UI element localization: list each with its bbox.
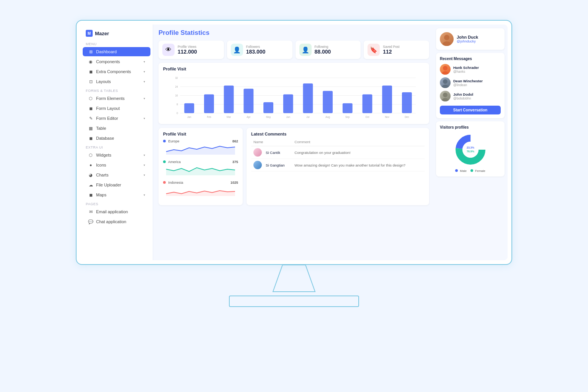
comments-title: Latest Comments	[251, 132, 425, 136]
stand-svg	[244, 265, 344, 296]
components-icon: ◉	[88, 59, 93, 64]
stat-value-profile-views: 112.000	[178, 49, 197, 55]
stat-text-profile-views: Profile Views 112.000	[178, 45, 197, 55]
sidebar-item-extra-components[interactable]: ◼ Extra Components ▾	[83, 67, 150, 76]
user-profile-card: John Duck @johnducky	[436, 28, 505, 50]
sidebar-logo: M Mazer	[80, 28, 153, 40]
rm-info-dean: Dean Winchester @lindean	[453, 79, 483, 87]
svg-rect-10	[184, 103, 194, 113]
svg-text:Jan: Jan	[187, 116, 191, 118]
rm-info-john: John Dodol @bobdobhn	[453, 92, 473, 100]
stat-text-following: Following 88.000	[315, 45, 331, 55]
spark-svg-europe	[163, 144, 238, 155]
stat-value-following: 88.000	[315, 49, 331, 55]
email-icon: ✉	[88, 209, 93, 214]
rm-name-hank: Hank Schrader	[453, 65, 479, 70]
sidebar-item-charts[interactable]: ◕ Charts ▾	[83, 170, 150, 180]
sidebar-item-icons[interactable]: ● Icons ▾	[83, 160, 150, 170]
stat-icon-profile-views: 👁	[162, 44, 175, 56]
chevron-icon-7: ▾	[144, 163, 145, 167]
svg-rect-17	[323, 91, 333, 113]
stat-label-profile-views: Profile Views	[178, 45, 197, 49]
stat-card-saved-post: 🔖 Saved Post 112	[364, 41, 429, 59]
main-content: Profile Statistics 👁 Profile Views 112.0…	[153, 24, 508, 260]
pv-dot-indonesia	[163, 181, 166, 184]
chevron-icon-3: ▾	[144, 80, 145, 83]
svg-text:Apr: Apr	[247, 116, 251, 119]
start-conversation-button[interactable]: Start Conversation	[440, 106, 501, 114]
svg-rect-18	[343, 103, 353, 113]
sidebar-item-table[interactable]: ▦ Table	[83, 124, 150, 133]
sidebar-item-email-application[interactable]: ✉ Email application	[83, 207, 150, 216]
sidebar-item-file-uploader[interactable]: ☁ File Uploader	[83, 180, 150, 189]
svg-rect-13	[243, 89, 253, 113]
commenter-sigangtian: Si Gangtian	[251, 159, 292, 172]
main-inner: Profile Statistics 👁 Profile Views 112.0…	[153, 24, 508, 260]
legend-dot-female	[470, 169, 473, 172]
comment-name-sigangtian: Si Gangtian	[266, 163, 285, 167]
legend-dot-male	[455, 169, 458, 172]
legend-male: Male	[455, 169, 467, 173]
spark-svg-america	[163, 165, 238, 175]
sidebar-item-form-editor[interactable]: ✎ Form Editor ▾	[83, 114, 150, 123]
rm-item-dean[interactable]: Dean Winchester @lindean	[440, 77, 501, 88]
sidebar-label-charts: Charts	[96, 173, 141, 177]
stat-label-following: Following	[315, 45, 331, 49]
logo-text: Mazer	[95, 31, 109, 36]
sidebar-label-extra-components: Extra Components	[96, 69, 141, 74]
bar-chart-title: Profile Visit	[163, 67, 425, 71]
svg-text:32: 32	[175, 77, 178, 79]
stat-label-saved-post: Saved Post	[383, 45, 399, 49]
user-handle: @johnducky	[457, 39, 478, 43]
recent-messages-title: Recent Messages	[440, 57, 501, 61]
pv-item-america: America 375	[163, 160, 238, 177]
sidebar-item-form-layout[interactable]: ◼ Form Layout	[83, 104, 150, 113]
svg-text:24: 24	[175, 85, 178, 88]
rm-info-hank: Hank Schrader @hanks	[453, 65, 479, 74]
svg-rect-19	[363, 95, 372, 113]
sidebar-label-file-uploader: File Uploader	[96, 183, 145, 187]
sidebar-item-widgets[interactable]: ⬡ Widgets ▾	[83, 150, 150, 160]
form-layout-icon: ◼	[88, 106, 93, 111]
donut-legend: Male Female	[455, 169, 485, 173]
database-icon: ◼	[88, 136, 93, 141]
page-title: Profile Statistics	[158, 29, 429, 37]
sidebar-label-icons: Icons	[96, 163, 141, 167]
commenter-sicantik: Si Cantik	[251, 146, 292, 159]
sidebar-item-layouts[interactable]: ⊡ Layouts ▾	[83, 77, 150, 86]
svg-text:Nov: Nov	[385, 116, 389, 118]
sidebar-item-dashboard[interactable]: ⊞ Dashboard	[83, 47, 150, 56]
user-avatar-svg	[440, 32, 454, 46]
profile-visit-title: Profile Visit	[163, 132, 238, 136]
chevron-icon: ▾	[144, 60, 145, 64]
svg-text:Jun: Jun	[286, 116, 291, 118]
right-panel: John Duck @johnducky Recent Messages	[433, 24, 508, 260]
rm-handle-hank: @hanks	[453, 70, 479, 74]
svg-point-41	[441, 98, 449, 101]
sidebar-item-maps[interactable]: ◼ Maps ▾	[83, 190, 150, 199]
rm-item-john[interactable]: John Dodol @bobdobhn	[440, 91, 501, 101]
avatar-john	[440, 91, 451, 101]
svg-point-39	[441, 85, 449, 88]
rm-name-john: John Dodol	[453, 92, 473, 96]
sidebar-item-chat-application[interactable]: 💬 Chat application	[83, 217, 150, 226]
svg-point-34	[444, 35, 449, 40]
stat-value-saved-post: 112	[383, 49, 399, 55]
sidebar-label-maps: Maps	[96, 193, 141, 197]
maps-icon: ◼	[88, 192, 93, 198]
svg-point-35	[442, 41, 451, 46]
recent-messages-card: Recent Messages Hank Schrader	[436, 53, 505, 118]
table-icon: ▦	[88, 126, 93, 131]
sidebar-item-form-elements[interactable]: ⬡ Form Elements ▾	[83, 94, 150, 103]
sidebar-item-database[interactable]: ◼ Database	[83, 134, 150, 143]
pv-count-america: 375	[232, 160, 238, 164]
rm-item-hank[interactable]: Hank Schrader @hanks	[440, 64, 501, 75]
svg-text:Mar: Mar	[227, 116, 231, 118]
chevron-icon-5: ▾	[144, 117, 145, 120]
pv-dot-america	[163, 160, 166, 163]
widgets-icon: ⬡	[88, 152, 93, 158]
charts-icon: ◕	[88, 172, 93, 178]
stat-card-profile-views: 👁 Profile Views 112.000	[158, 41, 224, 59]
sidebar-label-dashboard: Dashboard	[96, 49, 145, 54]
sidebar-item-components[interactable]: ◉ Components ▾	[83, 57, 150, 66]
